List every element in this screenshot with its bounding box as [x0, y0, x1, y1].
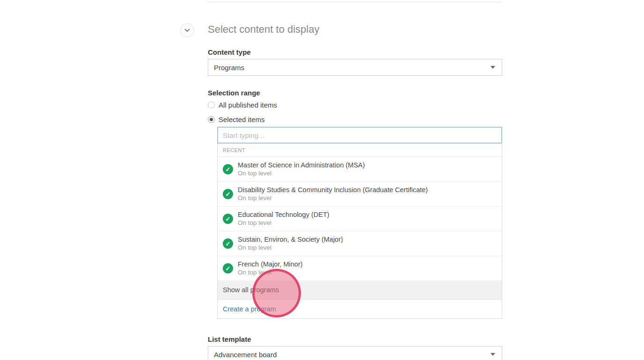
radio-label: All published items — [219, 101, 277, 109]
radio-unchecked-icon — [208, 101, 215, 108]
item-subtitle: On top level — [238, 268, 497, 277]
list-item[interactable]: ✓ Master of Science in Administration (M… — [218, 157, 502, 182]
list-item[interactable]: ✓ Educational Technology (DET) On top le… — [218, 207, 502, 231]
item-subtitle: On top level — [238, 169, 497, 178]
list-template-select[interactable]: Advancement board — [208, 346, 502, 360]
selected-check-icon: ✓ — [223, 164, 233, 174]
page-title: Select content to display — [208, 23, 319, 36]
item-subtitle: On top level — [238, 244, 497, 252]
caret-down-icon — [490, 66, 495, 69]
selected-check-icon: ✓ — [223, 238, 233, 249]
list-item[interactable]: ✓ Disability Studies & Community Inclusi… — [218, 182, 502, 207]
section-divider — [208, 2, 502, 2]
radio-selected-items[interactable]: Selected items — [208, 115, 264, 123]
list-template-label: List template — [208, 335, 251, 343]
item-subtitle: On top level — [238, 219, 497, 227]
search-input[interactable] — [217, 127, 502, 144]
selected-check-icon: ✓ — [223, 189, 233, 199]
chevron-down-icon — [184, 29, 190, 32]
create-program-row: Create a program — [218, 300, 502, 318]
selection-range-label: Selection range — [208, 89, 260, 97]
item-title: Master of Science in Administration (MSA… — [238, 161, 497, 169]
create-program-link[interactable]: Create a program — [223, 305, 276, 313]
selected-check-icon: ✓ — [223, 263, 233, 274]
list-item[interactable]: ✓ French (Major, Minor) On top level — [218, 256, 502, 281]
item-title: Educational Technology (DET) — [238, 210, 497, 219]
radio-all-published-items[interactable]: All published items — [208, 101, 277, 109]
content-type-value: Programs — [214, 64, 244, 72]
show-all-programs-button[interactable]: Show all programs — [218, 281, 502, 300]
search-results-dropdown: RECENT ✓ Master of Science in Administra… — [217, 144, 502, 319]
radio-checked-icon — [208, 116, 215, 123]
radio-label: Selected items — [219, 115, 264, 123]
item-subtitle: On top level — [238, 194, 497, 202]
item-title: French (Major, Minor) — [238, 260, 497, 268]
item-title: Sustain, Environ, & Society (Major) — [238, 235, 497, 244]
item-title: Disability Studies & Community Inclusion… — [238, 186, 497, 194]
list-template-value: Advancement board — [214, 351, 277, 359]
selected-check-icon: ✓ — [223, 214, 233, 224]
content-type-select[interactable]: Programs — [208, 59, 502, 76]
results-group-header: RECENT — [218, 144, 502, 157]
collapse-section-button[interactable] — [180, 23, 194, 37]
caret-down-icon — [490, 353, 495, 356]
list-item[interactable]: ✓ Sustain, Environ, & Society (Major) On… — [218, 231, 502, 256]
content-type-label: Content type — [208, 48, 251, 56]
